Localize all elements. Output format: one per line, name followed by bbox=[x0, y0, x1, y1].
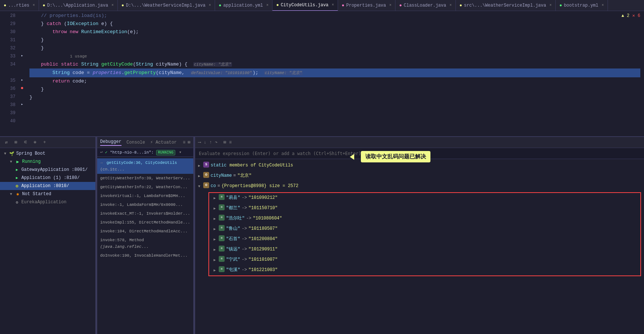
prop-item-0[interactable]: ▶ ≡ "易县" -> "101090212" bbox=[209, 193, 640, 203]
prop-key-4: "石首" bbox=[226, 235, 240, 243]
tab-close-yml[interactable]: × bbox=[266, 3, 268, 7]
gutter-29 bbox=[18, 19, 26, 27]
debug-panel: ⇄ ⊞ ⚟ ⊕ + ▼ 🌱 Spring Boot ▼ ▶ Running bbox=[0, 137, 96, 334]
tab-label-citycode: CityCodeUtils.java bbox=[281, 3, 328, 8]
tree-app1[interactable]: ▶ Application (1) :8180/ bbox=[0, 174, 95, 182]
run-to-cursor-icon[interactable]: ↷ bbox=[215, 140, 218, 145]
tab-properties[interactable]: ● Properties.java × bbox=[338, 0, 395, 11]
callstack-header: Debugger Console ⚡ Actuator ≡ ⊞ bbox=[100, 139, 190, 146]
prop-val-5: "101290911" bbox=[249, 246, 278, 253]
add-icon[interactable]: + bbox=[41, 139, 48, 146]
tab-weatherservice[interactable]: ● D:\...\WeatherServiceImpl.java × bbox=[118, 0, 215, 11]
callstack-item-1[interactable]: getCityWeatherInfo:39, WeatherServ... bbox=[97, 174, 193, 183]
var-cityname[interactable]: ▶ o cityName = "北京" bbox=[195, 171, 644, 181]
frame-arrow-0: → bbox=[100, 161, 103, 165]
var-cityname-val: "北京" bbox=[237, 172, 251, 179]
console-tab[interactable]: Console bbox=[127, 140, 145, 145]
code-line-39: } bbox=[29, 94, 640, 102]
debugger-tab[interactable]: Debugger bbox=[100, 139, 122, 146]
tab-icon-yml: ● bbox=[219, 3, 221, 8]
tab-classloader[interactable]: ● ClassLoader.java × bbox=[395, 0, 455, 11]
step-over-icon[interactable]: ⟶ bbox=[198, 140, 201, 145]
callstack-expand[interactable]: ⊞ bbox=[188, 140, 190, 145]
callstack-item-7[interactable]: invoke:104, DirectMethodHandleAcc... bbox=[97, 227, 193, 236]
code-line-28: // properties.load(is); bbox=[29, 12, 640, 20]
code-content[interactable]: // properties.load(is); } catch (IOExcep… bbox=[26, 11, 644, 136]
tree-running[interactable]: ▼ ▶ Running bbox=[0, 158, 95, 166]
debug-title-bar: ⇄ ⊞ ⚟ ⊕ + bbox=[0, 137, 95, 148]
springboot-label: Spring Boot bbox=[16, 151, 45, 156]
tab-close-properties[interactable]: × bbox=[389, 3, 391, 7]
gutter-32 bbox=[18, 43, 26, 52]
tree-gateway[interactable]: ▶ GatewayApplication :8001/ bbox=[0, 166, 95, 174]
tab-close-classloader[interactable]: × bbox=[450, 3, 452, 7]
callstack-item-5[interactable]: invokeExact_MT:-1, Invokers$Holder... bbox=[97, 209, 193, 218]
prop-key-1: "都兰" bbox=[226, 204, 240, 212]
frame-filter-icon[interactable]: ▾ bbox=[179, 150, 182, 155]
tab-close-rties[interactable]: × bbox=[33, 3, 35, 7]
warning-count: ▲ 2 bbox=[622, 13, 630, 18]
tab-icon-rties: ● bbox=[4, 3, 6, 8]
tab-close-weatherimpl[interactable]: × bbox=[549, 3, 552, 7]
var-settings-icon[interactable]: ⊞ bbox=[224, 140, 226, 145]
tree-springboot[interactable]: ▼ 🌱 Spring Boot bbox=[0, 150, 95, 158]
layout-icon[interactable]: ⊞ bbox=[13, 139, 19, 146]
prop-item-5[interactable]: ▶ ≡ "镇远" -> "101290911" bbox=[209, 245, 640, 255]
tab-citycode[interactable]: ● CityCodeUtils.java × bbox=[272, 0, 338, 11]
var-co[interactable]: ▼ o co = {Properties@8998} size = 2572 bbox=[195, 181, 644, 191]
callstack-settings[interactable]: ≡ bbox=[183, 140, 186, 145]
tab-close-weatherservice[interactable]: × bbox=[209, 3, 211, 7]
frame-back-icon[interactable]: ↩ bbox=[100, 150, 103, 155]
step-into-icon[interactable]: ↓ bbox=[204, 140, 206, 145]
var-layout-icon[interactable]: ≡ bbox=[229, 140, 232, 145]
gutter-37 bbox=[18, 92, 26, 100]
prop-item-4[interactable]: ▶ ≡ "石首" -> "101200804" bbox=[209, 234, 640, 245]
tab-icon-properties: ● bbox=[342, 3, 344, 8]
prop-arrow-4: -> bbox=[242, 235, 247, 243]
actuator-tab[interactable]: ⚡ Actuator bbox=[150, 140, 177, 145]
eureka-icon: ⚙ bbox=[14, 199, 20, 205]
tab-applicationyml[interactable]: ● application.yml × bbox=[215, 0, 272, 11]
debug-tree: ▼ 🌱 Spring Boot ▼ ▶ Running ▶ GatewayApp… bbox=[0, 148, 95, 334]
running-label: Running bbox=[22, 159, 41, 164]
gutter-36: ● bbox=[18, 84, 26, 92]
prop-item-7[interactable]: ▶ ≡ "屯溪" -> "101221003" bbox=[209, 265, 640, 275]
app1-label: Application (1) :8180/ bbox=[21, 175, 80, 180]
callstack-item-6[interactable]: invokeImpl:155, DirectMethodHandle... bbox=[97, 218, 193, 227]
callstack-item-9[interactable]: doInvoke:190, InvocableHandlerMet... bbox=[97, 251, 193, 260]
callstack-item-3[interactable]: invokeVirtual:-1, LambdaForm$DMH... bbox=[97, 191, 193, 200]
ln-36: 36 bbox=[3, 85, 15, 93]
prop-item-2[interactable]: ▶ ≡ "浩尔吐" -> "101080604" bbox=[209, 214, 640, 224]
tab-close-application[interactable]: × bbox=[112, 3, 114, 7]
callstack-item-0[interactable]: → getCityCode:36, CityCodeUtils (cn.itc.… bbox=[97, 158, 193, 174]
prop-item-6[interactable]: ▶ ≡ "宁武" -> "101101007" bbox=[209, 255, 640, 265]
tab-bootstrap[interactable]: ● bootstrap.yml × bbox=[556, 0, 608, 11]
annotation-callout: 读取中文乱码问题已解决 bbox=[361, 151, 430, 162]
tab-application[interactable]: ● D:\...\Application.java × bbox=[39, 0, 118, 11]
callstack-item-2[interactable]: getCityWeatherInfo:22, WeatherCon... bbox=[97, 183, 193, 191]
prop-expand-4: ▶ bbox=[214, 236, 219, 243]
prop-item-3[interactable]: ▶ ≡ "鲁山" -> "101180507" bbox=[209, 224, 640, 234]
app2-icon: ⚙ bbox=[14, 183, 20, 189]
callstack-item-8[interactable]: invoke:578, Method (java.lang.reflec... bbox=[97, 236, 193, 251]
gutter: ▸ ▸ ● ▸ bbox=[18, 11, 26, 136]
pin-icon[interactable]: ⊕ bbox=[32, 139, 38, 146]
tab-close-citycode[interactable]: × bbox=[332, 3, 334, 7]
ln-37: 37 bbox=[3, 93, 15, 101]
tab-close-bootstrap[interactable]: × bbox=[602, 3, 604, 7]
prop-item-1[interactable]: ▶ ≡ "都兰" -> "101150710" bbox=[209, 203, 640, 214]
filter-icon[interactable]: ⚟ bbox=[22, 139, 29, 146]
tab-weatherimpl[interactable]: ● src\...\WeatherServiceImpl.java × bbox=[456, 0, 556, 11]
callstack-item-4[interactable]: invoke:-1, LambdaForm$MH/0x0000... bbox=[97, 200, 193, 209]
gutter-34 bbox=[18, 60, 26, 68]
frame-selector-bar: ↩ ✓ *http-nio-8...in": RUNNING ▾ bbox=[97, 148, 193, 157]
tree-app2[interactable]: ⚙ Application :8010/ bbox=[0, 182, 95, 190]
var-co-name: co bbox=[211, 182, 216, 190]
callstack-list: → getCityCode:36, CityCodeUtils (cn.itc.… bbox=[97, 157, 193, 334]
step-out-icon[interactable]: ↑ bbox=[209, 140, 212, 145]
tab-rties[interactable]: ● ...rties × bbox=[0, 0, 39, 11]
rerun-icon[interactable]: ⇄ bbox=[3, 139, 10, 146]
tree-eureka[interactable]: ⚙ EurekaApplication bbox=[0, 198, 95, 206]
annotation-text: 读取中文乱码问题已解决 bbox=[365, 154, 426, 160]
tree-notstarted[interactable]: ▼ ✱ Not Started bbox=[0, 190, 95, 198]
